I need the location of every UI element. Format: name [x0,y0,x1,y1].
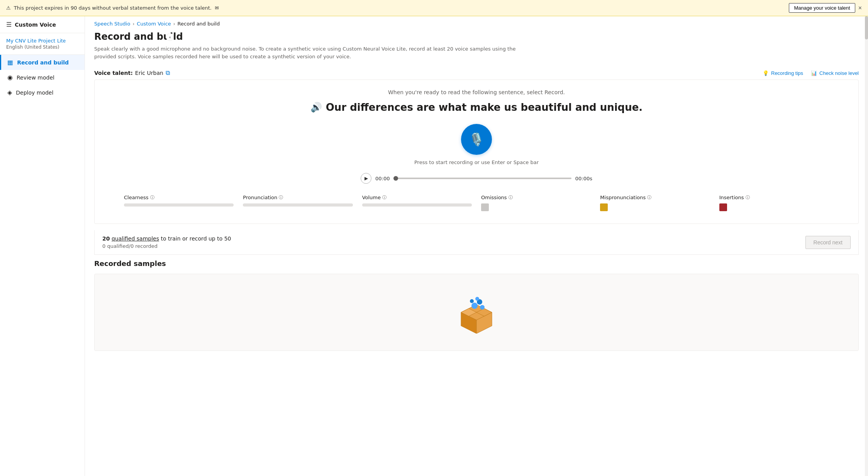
svg-point-8 [470,299,474,303]
page-description: Speak clearly with a good microphone and… [94,45,519,60]
train-text: to train or record up to 50 [161,235,231,242]
deploy-icon: ◈ [7,89,12,96]
mic-button-container: 🎙️ Press to start recording or use Enter… [104,124,849,165]
metric-insertions: Insertions ⓘ [715,191,834,214]
playback-bar: ▶ 00:00 00:00s [361,173,592,184]
mispronunciations-info-icon[interactable]: ⓘ [647,195,651,200]
recording-instruction: When you're ready to read the following … [104,89,849,95]
empty-box-illustration [453,291,500,334]
project-lang: English (United States) [6,44,78,50]
record-button[interactable]: 🎙️ [461,124,492,155]
volume-info-icon[interactable]: ⓘ [382,195,387,200]
sidebar-item-review-model[interactable]: ◉ Review model [0,70,85,85]
svg-point-9 [475,297,479,301]
project-name: My CNV Lite Project Lite [6,38,78,44]
voice-talent-label: Voice talent: [94,70,133,76]
metric-clearness: Clearness ⓘ [119,191,238,214]
samples-summary: 20 qualified samples to train or record … [94,230,859,255]
breadcrumb-speech-studio[interactable]: Speech Studio [94,21,130,27]
copy-voice-talent-button[interactable]: ⧉ [166,69,170,76]
recording-panel: When you're ready to read the following … [94,80,859,224]
email-icon: ✉️ [215,5,219,11]
review-icon: ◉ [7,74,13,81]
breadcrumb-sep-2: › [173,21,175,27]
current-time: 00:00 [375,176,390,181]
manage-voice-talent-button[interactable]: Manage your voice talent [789,3,855,13]
metric-mispronunciations: Mispronunciations ⓘ [595,191,714,214]
duration-label: 00:00s [575,176,592,181]
play-button[interactable]: ▶ [361,173,371,184]
notification-left: ⚠️ This project expires in 90 days witho… [6,5,219,11]
mic-hint: Press to start recording or use Enter or… [414,159,539,165]
metric-label-insertions: Insertions ⓘ [719,195,829,200]
voice-talent-name: Eric Urban [135,70,163,76]
clearness-info-icon[interactable]: ⓘ [150,195,154,200]
recorded-section-title: Recorded samples [94,259,859,268]
omissions-square [481,203,489,211]
scrollbar-thumb[interactable] [865,16,868,39]
voice-talent-bar: Voice talent: Eric Urban ⧉ 💡 Recording t… [85,66,868,80]
main-wrapper: « Speech Studio › Custom Voice › Record … [85,16,868,476]
voice-talent-left: Voice talent: Eric Urban ⧉ [94,69,170,76]
progress-thumb [393,176,398,181]
metric-omissions: Omissions ⓘ [476,191,595,214]
metrics-row: Clearness ⓘ Pronunciation ⓘ [104,191,849,214]
chart-icon: 📊 [811,70,817,76]
pronunciation-info-icon[interactable]: ⓘ [279,195,283,200]
metric-volume: Volume ⓘ [358,191,476,214]
sentence-text: Our differences are what make us beautif… [326,102,643,113]
insertions-info-icon[interactable]: ⓘ [746,195,750,200]
sidebar-header: ☰ Custom Voice [0,16,85,33]
samples-summary-left: 20 qualified samples to train or record … [102,235,231,249]
sidebar-item-label: Deploy model [16,90,53,96]
sidebar-item-label: Review model [17,75,54,81]
recorded-section: Recorded samples [94,259,859,351]
warning-icon: ⚠️ [6,5,11,11]
sidebar-item-deploy-model[interactable]: ◈ Deploy model [0,85,85,100]
breadcrumb-sep-1: › [132,21,134,27]
mispronunciations-square [600,203,608,211]
recording-sentence: 🔊 Our differences are what make us beaut… [104,102,849,113]
breadcrumb: Speech Studio › Custom Voice › Record an… [85,16,868,27]
omissions-info-icon[interactable]: ⓘ [509,195,513,200]
notification-message: This project expires in 90 days without … [14,5,212,11]
metric-pronunciation: Pronunciation ⓘ [238,191,357,214]
progress-track[interactable] [393,178,571,179]
page-title: Record and build [94,31,859,42]
breadcrumb-custom-voice[interactable]: Custom Voice [137,21,171,27]
close-notification-button[interactable]: × [858,5,862,12]
record-next-button[interactable]: Record next [805,236,851,249]
notification-right: Manage your voice talent × [789,3,862,13]
menu-icon: ☰ [6,21,12,28]
lightbulb-icon: 💡 [763,70,769,76]
samples-count: 0 qualified/0 recorded [102,243,231,249]
svg-point-5 [471,303,478,309]
scrollbar-track[interactable] [865,16,868,476]
notification-bar: ⚠️ This project expires in 90 days witho… [0,0,868,16]
svg-point-7 [480,305,485,310]
recording-tips-label: Recording tips [771,70,803,76]
sidebar-app-name: Custom Voice [15,22,56,28]
app-layout: ☰ Custom Voice My CNV Lite Project Lite … [0,16,868,476]
recording-tips-button[interactable]: 💡 Recording tips [763,70,803,76]
sidebar-collapse-button[interactable]: « [166,33,174,41]
speaker-icon: 🔊 [310,102,322,113]
volume-bar [362,203,472,207]
metric-label-pronunciation: Pronunciation ⓘ [243,195,353,200]
check-noise-button[interactable]: 📊 Check noise level [811,70,859,76]
metric-label-mispronunciations: Mispronunciations ⓘ [600,195,710,200]
sidebar: ☰ Custom Voice My CNV Lite Project Lite … [0,16,85,476]
check-noise-label: Check noise level [819,70,859,76]
sidebar-project: My CNV Lite Project Lite English (United… [0,33,85,55]
record-icon: ▦ [7,59,13,66]
qualified-count: 20 [102,235,110,242]
insertions-square [719,203,727,211]
metric-label-volume: Volume ⓘ [362,195,472,200]
metric-label-omissions: Omissions ⓘ [481,195,591,200]
sidebar-item-label: Record and build [17,59,69,66]
sidebar-item-record-build[interactable]: ▦ Record and build [0,55,85,70]
main-content: Speech Studio › Custom Voice › Record an… [85,16,868,351]
page-header: Record and build Speak clearly with a go… [85,27,868,66]
pronunciation-bar [243,203,353,207]
metric-label-clearness: Clearness ⓘ [124,195,234,200]
